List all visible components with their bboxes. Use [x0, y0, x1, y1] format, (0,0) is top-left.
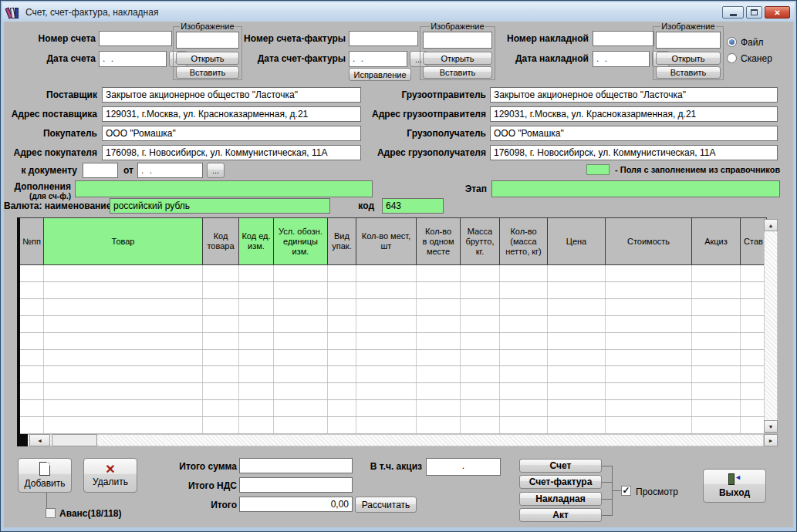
open-image-button[interactable]: Открыть: [176, 52, 239, 65]
paste-image-button[interactable]: Вставить: [176, 66, 239, 79]
table-row[interactable]: [20, 316, 764, 333]
radio-scanner[interactable]: [727, 53, 737, 63]
paste-image-button[interactable]: Вставить: [423, 66, 492, 79]
table-row[interactable]: [20, 417, 764, 434]
add-row-button[interactable]: Добавить: [18, 458, 72, 493]
table-row[interactable]: [20, 265, 764, 282]
table-cell: [328, 383, 356, 399]
table-row[interactable]: [20, 299, 764, 316]
currency-name-input[interactable]: российский рубль: [110, 198, 330, 214]
horizontal-scroll-thumb[interactable]: [52, 434, 97, 446]
advance-checkbox[interactable]: [46, 508, 56, 518]
number-input[interactable]: [593, 31, 654, 46]
open-image-button[interactable]: Открыть: [656, 52, 721, 65]
table-cell: [44, 417, 203, 433]
grid-column-header: Цена: [548, 217, 606, 265]
radio-file[interactable]: [727, 37, 737, 47]
table-cell: [417, 265, 461, 281]
table-row[interactable]: [20, 333, 764, 350]
total-label: Итого: [139, 500, 237, 510]
preview-checkbox[interactable]: ✓: [621, 486, 631, 496]
party-input[interactable]: Закрытое акционерное общество "Ласточка": [102, 87, 361, 103]
image-preview-box[interactable]: [423, 32, 492, 49]
date-input[interactable]: . .: [99, 51, 167, 67]
correction-button[interactable]: Исправление: [349, 68, 411, 81]
to-document-date-input[interactable]: . .: [137, 163, 203, 178]
table-cell: [328, 366, 356, 382]
doc-print-button[interactable]: Счет: [519, 459, 602, 473]
party-input[interactable]: 176098, г. Новосибирск, ул. Коммунистиче…: [490, 145, 778, 160]
paste-image-button[interactable]: Вставить: [656, 66, 721, 79]
currency-label: Валюта: наименование: [4, 200, 106, 211]
table-cell: [274, 400, 328, 416]
doc-print-button[interactable]: Счет-фактура: [519, 475, 602, 489]
table-cell: [356, 282, 417, 298]
calculate-button[interactable]: Рассчитать: [355, 497, 417, 513]
open-image-button[interactable]: Открыть: [423, 52, 492, 65]
currency-code-input[interactable]: 643: [382, 198, 444, 214]
table-cell: [239, 366, 274, 382]
party-label: Адрес грузополучателя: [368, 147, 486, 158]
close-button[interactable]: ✕: [765, 6, 790, 19]
table-cell: [417, 299, 461, 315]
number-input[interactable]: [349, 31, 418, 46]
scroll-right-button[interactable]: ►: [764, 434, 778, 446]
doc-bracket-stub: [602, 515, 612, 516]
party-input[interactable]: 176098, г. Новосибирск, ул. Коммунистиче…: [102, 145, 361, 160]
table-cell: [356, 265, 417, 281]
table-cell: [274, 366, 328, 382]
add-row-label: Добавить: [24, 478, 65, 489]
stage-input[interactable]: [491, 180, 780, 197]
table-cell: [461, 265, 500, 281]
delete-row-button[interactable]: ✕ Удалить: [83, 458, 137, 493]
grid-column-header: Усл. обозн. единицы изм.: [274, 217, 328, 265]
table-cell: [548, 282, 606, 298]
image-group-label: Изображение: [430, 22, 485, 31]
title-bar: Счет, счет-фактура, накладная ✕: [2, 2, 795, 22]
party-input[interactable]: 129031, г.Москва, ул. Красноказарменная,…: [490, 106, 778, 122]
party-input[interactable]: ООО "Ромашка": [102, 126, 361, 141]
table-cell: [606, 417, 692, 433]
doc-print-button[interactable]: Акт: [519, 508, 602, 522]
grid-horizontal-scrollbar[interactable]: [17, 434, 764, 446]
table-cell: [500, 282, 548, 298]
grid-column-header: Кол-во (масса нетто, кг): [500, 217, 548, 265]
scroll-left-button[interactable]: ◄: [29, 434, 50, 446]
table-row[interactable]: [20, 400, 764, 417]
maximize-button[interactable]: [746, 6, 762, 19]
table-cell: [741, 350, 764, 366]
minimize-button[interactable]: [722, 6, 744, 19]
table-row[interactable]: [20, 383, 764, 400]
table-row[interactable]: [20, 282, 764, 299]
scroll-up-icon: ▲: [768, 223, 774, 228]
scroll-down-button[interactable]: ▼: [764, 420, 778, 433]
party-input[interactable]: ООО "Ромашка": [490, 126, 778, 141]
date-input[interactable]: . .: [593, 51, 650, 67]
table-cell: [20, 400, 44, 416]
total-input[interactable]: [239, 458, 353, 473]
excise-input[interactable]: .: [426, 458, 501, 476]
exit-button[interactable]: ◄ Выход: [703, 469, 766, 503]
total-label: Итого сумма: [139, 461, 237, 472]
table-row[interactable]: [20, 366, 764, 383]
grid-body: [17, 265, 764, 434]
to-document-number-input[interactable]: [83, 163, 118, 178]
date-input[interactable]: . .: [349, 51, 407, 67]
to-document-date-browse-button[interactable]: ...: [207, 163, 225, 178]
number-input[interactable]: [99, 31, 172, 46]
scroll-up-button[interactable]: ▲: [764, 219, 778, 231]
table-cell: [328, 333, 356, 349]
total-input[interactable]: [239, 477, 353, 493]
total-input[interactable]: 0,00: [239, 497, 353, 512]
table-cell: [692, 299, 741, 315]
additions-input[interactable]: [75, 180, 373, 197]
image-preview-box[interactable]: [176, 32, 239, 49]
party-input[interactable]: 129031, г.Москва, ул. Красноказарменная,…: [102, 106, 361, 122]
doc-print-button[interactable]: Накладная: [519, 492, 602, 506]
party-input[interactable]: Закрытое акционерное общество "Ласточка": [490, 87, 778, 103]
table-row[interactable]: [20, 350, 764, 367]
image-preview-box[interactable]: [656, 32, 721, 49]
table-cell: [328, 316, 356, 332]
table-cell: [741, 400, 764, 416]
grid-vertical-scrollbar[interactable]: [764, 219, 778, 433]
